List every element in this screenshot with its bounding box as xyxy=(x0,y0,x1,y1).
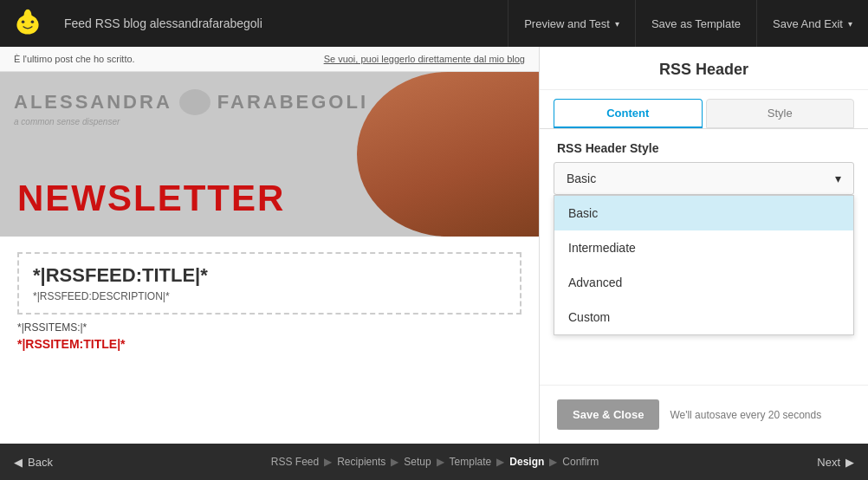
dropdown-item-advanced[interactable]: Advanced xyxy=(554,265,853,300)
email-body: *|RSSFEED:TITLE|* *|RSSFEED:DESCRIPTION|… xyxy=(0,237,539,360)
chevron-down-icon-save: ▾ xyxy=(848,19,852,29)
rss-items-label: *|RSSITEMS:|* xyxy=(17,321,521,334)
step-confirm[interactable]: Confirm xyxy=(562,456,599,468)
save-template-button[interactable]: Save as Template xyxy=(635,0,756,47)
hero-person xyxy=(357,72,539,237)
back-button[interactable]: ◀ Back xyxy=(14,456,53,469)
autosave-text: We'll autosave every 20 seconds xyxy=(670,409,821,421)
hero-sub-text: a common sense dispenser xyxy=(14,117,120,126)
panel-header: RSS Header xyxy=(540,47,868,90)
logo xyxy=(0,0,55,47)
dropdown-selected[interactable]: Basic ▾ xyxy=(554,162,854,195)
hero-brand-name: ALESSANDRA xyxy=(14,91,172,114)
top-bar-link[interactable]: Se vuoi, puoi leggerlo direttamente dal … xyxy=(324,54,525,64)
chevron-down-icon: ▾ xyxy=(615,19,619,29)
right-panel: RSS Header Content Style RSS Header Styl… xyxy=(539,47,868,444)
email-preview-panel: È l'ultimo post che ho scritto. Se vuoi,… xyxy=(0,47,539,444)
rss-title: *|RSSFEED:TITLE|* xyxy=(33,264,506,287)
arrow-5: ▶ xyxy=(549,456,557,468)
email-preview: È l'ultimo post che ho scritto. Se vuoi,… xyxy=(0,47,539,444)
top-actions: Preview and Test ▾ Save as Template Save… xyxy=(508,0,868,47)
email-top-bar: È l'ultimo post che ho scritto. Se vuoi,… xyxy=(0,47,539,72)
dropdown-item-custom[interactable]: Custom xyxy=(554,300,853,334)
newsletter-label: NEWSLETTER xyxy=(17,178,285,219)
rss-title-box: *|RSSFEED:TITLE|* *|RSSFEED:DESCRIPTION|… xyxy=(17,252,521,315)
dropdown-wrapper: Basic ▾ Basic Intermediate Advanced Cust… xyxy=(554,162,854,195)
chevron-right-icon: ▶ xyxy=(845,456,854,469)
step-template[interactable]: Template xyxy=(450,456,492,468)
save-exit-button[interactable]: Save And Exit ▾ xyxy=(756,0,868,47)
hero-brand-name2: FARABEGOLI xyxy=(217,91,368,114)
step-rss-feed[interactable]: RSS Feed xyxy=(271,456,319,468)
bottom-nav: ◀ Back RSS Feed ▶ Recipients ▶ Setup ▶ T… xyxy=(0,444,868,480)
step-design[interactable]: Design xyxy=(509,456,544,468)
hero-bubble-icon xyxy=(179,89,211,115)
next-button[interactable]: Next ▶ xyxy=(817,456,854,469)
svg-point-3 xyxy=(31,20,35,23)
arrow-3: ▶ xyxy=(437,456,444,468)
arrow-1: ▶ xyxy=(324,456,332,468)
email-hero: ALESSANDRA FARABEGOLI a common sense dis… xyxy=(0,72,539,237)
tab-style[interactable]: Style xyxy=(706,99,855,128)
breadcrumb-steps: RSS Feed ▶ Recipients ▶ Setup ▶ Template… xyxy=(271,456,599,468)
arrow-2: ▶ xyxy=(391,456,398,468)
svg-point-4 xyxy=(24,10,32,22)
tab-content[interactable]: Content xyxy=(554,99,703,128)
chevron-left-icon: ◀ xyxy=(14,456,23,469)
panel-tabs: Content Style xyxy=(540,90,868,129)
step-recipients[interactable]: Recipients xyxy=(337,456,385,468)
dropdown-item-intermediate[interactable]: Intermediate xyxy=(554,230,853,265)
main-content: È l'ultimo post che ho scritto. Se vuoi,… xyxy=(0,47,868,444)
preview-test-button[interactable]: Preview and Test ▾ xyxy=(508,0,635,47)
chevron-down-icon-dropdown: ▾ xyxy=(835,172,841,185)
dropdown-item-basic[interactable]: Basic xyxy=(554,196,853,230)
panel-footer: Save & Close We'll autosave every 20 sec… xyxy=(540,385,868,444)
top-bar-left-text: È l'ultimo post che ho scritto. xyxy=(14,54,135,64)
page-title: Feed RSS blog alessandrafarabegoli xyxy=(55,16,508,30)
topbar: Feed RSS blog alessandrafarabegoli Previ… xyxy=(0,0,868,47)
dropdown-list: Basic Intermediate Advanced Custom xyxy=(554,195,854,335)
svg-point-2 xyxy=(22,20,25,23)
save-close-button[interactable]: Save & Close xyxy=(557,399,659,430)
arrow-4: ▶ xyxy=(496,456,504,468)
section-title: RSS Header Style xyxy=(540,129,868,162)
rss-item-title: *|RSSITEM:TITLE|* xyxy=(17,337,521,351)
step-setup[interactable]: Setup xyxy=(404,456,431,468)
rss-desc: *|RSSFEED:DESCRIPTION|* xyxy=(33,290,506,302)
